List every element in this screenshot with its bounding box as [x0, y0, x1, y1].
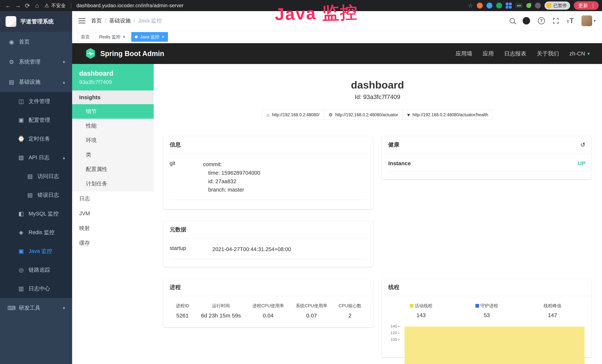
sidebar-item-trace[interactable]: ◎ 链路追踪 [0, 260, 72, 279]
url-text[interactable]: dashboard.yudao.iocoder.cn/infra/admin-s… [76, 3, 183, 9]
header-actions: ? TT ▾ [510, 15, 596, 26]
forward-icon[interactable]: → [13, 2, 23, 9]
avatar[interactable] [581, 15, 592, 26]
extension-on-badge[interactable]: on [516, 3, 523, 8]
sba-nav-journal[interactable]: 日志报表 [504, 50, 526, 57]
sba-item-logs[interactable]: 日志 [72, 191, 154, 206]
wrench-icon: ⚙ [329, 112, 333, 118]
tab-home[interactable]: 首页 [77, 32, 93, 42]
insights-group: 细节 性能 环境 类 配置属性 计划任务 [72, 104, 154, 191]
sba-item-jvm[interactable]: JVM [72, 206, 154, 221]
sba-item-caches[interactable]: 缓存 [72, 236, 154, 250]
sidebar-item-home[interactable]: ◉ 首页 [0, 32, 72, 52]
browser-update-button[interactable]: 更新 ⋮ [574, 1, 599, 10]
reload-icon[interactable]: ⟳ [23, 2, 32, 9]
sba-item-config-props[interactable]: 配置属性 [72, 162, 154, 177]
bookmark-star-icon[interactable]: ☆ [468, 2, 473, 9]
chevron-down-icon: ▾ [63, 59, 65, 65]
address-bar[interactable]: ⚠ 不安全 dashboard.yudao.iocoder.cn/infra/a… [44, 2, 183, 9]
service-url-link[interactable]: ⌂ http://192.168.0.2:48080/ [262, 110, 324, 120]
sba-item-classes[interactable]: 类 [72, 148, 154, 162]
sba-item-scheduled-tasks[interactable]: 计划任务 [72, 177, 154, 191]
sidebar-item-file-management[interactable]: ◫ 文件管理 [0, 92, 72, 111]
github-icon[interactable] [523, 17, 530, 24]
instance-subtitle: Id: 93a3fc7f7409 [163, 94, 592, 100]
sidebar-item-error-logs[interactable]: ▤ 错误日志 [0, 186, 72, 204]
sidebar-item-config-management[interactable]: ▣ 配置管理 [0, 111, 72, 129]
instance-header[interactable]: dashboard 93a3fc7f7409 [72, 64, 154, 90]
extension-green-icon[interactable] [496, 3, 502, 9]
sidebar-item-devtools[interactable]: ⌨ 研发工具 ▾ [0, 298, 72, 318]
kebab-menu-icon[interactable]: ⋮ [591, 3, 596, 9]
back-icon[interactable]: ← [3, 2, 13, 9]
home-icon[interactable]: ⌂ [32, 2, 42, 9]
extension-leaf-icon[interactable] [526, 3, 531, 8]
live-threads-legend-swatch [410, 304, 413, 308]
tab-label: 首页 [81, 34, 90, 40]
active-dot [135, 35, 138, 38]
sba-brand[interactable]: Spring Boot Admin [85, 48, 164, 60]
sba-nav-applications[interactable]: 应用 [483, 50, 494, 57]
sba-nav-wallboard[interactable]: 应用墙 [456, 50, 472, 57]
metadata-card: 元数据 startup 2021-04-27T00:44:31.254+08:0… [163, 221, 373, 267]
actuator-url-link[interactable]: ⚙ http://192.168.0.2:48080/actuator [324, 110, 403, 120]
admin-sidebar: 芋道管理系统 ◉ 首页 ⚙ 系统管理 ▾ ▤ 基础设施 ▴ ◫ 文件管理 ▣ [0, 11, 72, 364]
sba-brand-title: Spring Boot Admin [100, 50, 164, 58]
sba-item-environment[interactable]: 环境 [72, 133, 154, 148]
git-id-line: id: 27aa832 [203, 177, 367, 186]
health-url-link[interactable]: ♥ http://192.168.0.2:48080/actuator/heal… [402, 110, 493, 120]
sidebar-toggle-icon[interactable] [78, 18, 86, 23]
extensions-puzzle-icon[interactable] [535, 3, 541, 9]
extension-drop-icon[interactable] [486, 3, 493, 9]
tab-java-monitor[interactable]: Java 监控 × [131, 32, 168, 42]
threads-chart: 140 120 100 [388, 324, 585, 350]
breadcrumb-infrastructure[interactable]: 基础设施 [109, 17, 131, 24]
sidebar-item-label: MySQL 监控 [29, 210, 59, 217]
sidebar-item-mysql-monitor[interactable]: ◧ MySQL 监控 [0, 204, 72, 223]
breadcrumb-home[interactable]: 首页 [91, 17, 102, 24]
ytick-140: 140 [388, 324, 400, 328]
help-icon[interactable]: ? [538, 17, 545, 24]
sidebar-item-label: Java 监控 [29, 247, 52, 255]
sidebar-item-label: 访问日志 [37, 173, 59, 180]
sba-item-metrics[interactable]: 性能 [72, 119, 154, 133]
update-label: 更新 [578, 2, 588, 9]
sidebar-item-scheduled-tasks[interactable]: ⌚ 定时任务 [0, 129, 72, 148]
sba-item-details[interactable]: 细节 [72, 104, 154, 119]
close-icon[interactable]: × [162, 34, 164, 39]
locale-selector[interactable]: zh-CN ▾ [569, 50, 590, 57]
sba-item-mappings[interactable]: 映射 [72, 221, 154, 236]
tab-redis-monitor[interactable]: Redis 监控 × [96, 32, 129, 42]
user-menu[interactable]: ▾ [581, 15, 596, 26]
app-shell: 芋道管理系统 ◉ 首页 ⚙ 系统管理 ▾ ▤ 基础设施 ▴ ◫ 文件管理 ▣ [0, 11, 602, 364]
sidebar-item-java-monitor[interactable]: ▣ Java 监控 [0, 242, 72, 260]
git-value: commit: time: 1596289704000 id: 27aa832 … [203, 160, 367, 194]
instance-id: 93a3fc7f7409 [79, 79, 147, 85]
fullscreen-icon[interactable] [553, 18, 559, 24]
font-size-icon[interactable]: TT [567, 17, 574, 24]
dashboard-icon: ◉ [7, 39, 16, 45]
mysql-icon: ◧ [17, 210, 25, 217]
git-row: git commit: time: 1596289704000 id: 27aa… [170, 160, 367, 200]
daemon-threads-label: 守护进程 [480, 303, 498, 309]
col-uptime: 运行时间 [195, 303, 247, 312]
profile-paused-badge[interactable]: 已暂停 [545, 1, 570, 10]
sidebar-item-infrastructure[interactable]: ▤ 基础设施 ▴ [0, 72, 72, 92]
browser-actions: ☆ on 已暂停 更新 ⋮ [468, 1, 599, 10]
sidebar-item-redis-monitor[interactable]: ◈ Redis 监控 [0, 223, 72, 242]
threads-card-body: 活动线程 143 守护进程 53 [382, 296, 592, 357]
extension-fox-icon[interactable] [477, 3, 483, 9]
sidebar-logo-row[interactable]: 芋道管理系统 [0, 11, 72, 32]
sidebar-item-access-logs[interactable]: ▤ 访问日志 [0, 167, 72, 186]
breadcrumb-separator: / [134, 18, 135, 24]
extension-grid-icon[interactable] [506, 3, 512, 9]
close-icon[interactable]: × [123, 34, 126, 39]
search-icon[interactable] [510, 18, 515, 23]
link-url: http://192.168.0.2:48080/ [272, 112, 320, 117]
sba-nav-about[interactable]: 关于我们 [537, 50, 559, 57]
sidebar-item-log-center[interactable]: ▥ 日志中心 [0, 279, 72, 298]
history-icon[interactable]: ↺ [580, 141, 585, 148]
sidebar-item-api-logs[interactable]: ▧ API 日志 ▴ [0, 148, 72, 167]
peak-threads-stat: 线程峰值 147 [520, 303, 585, 318]
sidebar-item-system-management[interactable]: ⚙ 系统管理 ▾ [0, 52, 72, 72]
